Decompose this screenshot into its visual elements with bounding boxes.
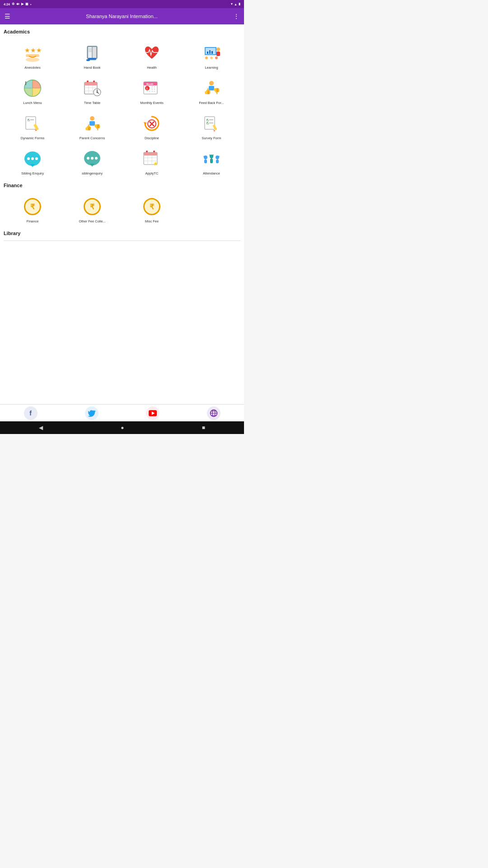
- parentconcerns-label: Parent Concerns: [80, 136, 105, 140]
- handbook-item[interactable]: Hand Book: [63, 39, 121, 72]
- signal-icon: ▲: [234, 3, 237, 6]
- svg-point-82: [27, 157, 30, 160]
- svg-point-2: [26, 57, 39, 62]
- siblingenquiry1-label: Sibling Enquiry: [21, 171, 44, 175]
- svg-text:★★★: ★★★: [24, 47, 42, 54]
- wifi-icon: ▾: [231, 2, 233, 6]
- library-title: Library: [4, 231, 240, 236]
- feedbackform-icon: 👍 👎: [201, 78, 222, 99]
- svg-text:Month: Month: [146, 83, 153, 85]
- dynamicforms-label: Dynamic Forms: [21, 136, 45, 140]
- android-nav-bar: ◀ ● ■: [0, 421, 244, 434]
- miscfee-icon: ₹: [141, 196, 162, 217]
- svg-point-62: [90, 116, 94, 121]
- back-button[interactable]: ◀: [39, 425, 43, 431]
- attendance-item[interactable]: Attendance: [183, 145, 240, 178]
- svg-point-46: [154, 89, 155, 90]
- svg-rect-18: [216, 52, 220, 56]
- surveyform-icon: [201, 113, 222, 134]
- finance-section: Finance ₹ Finance ₹ Other Fee Colle... ₹: [4, 183, 240, 226]
- miscfee-item[interactable]: ₹ Misc Fee: [123, 193, 181, 226]
- svg-rect-92: [144, 152, 157, 156]
- svg-point-44: [154, 86, 155, 88]
- lunchmenu-item[interactable]: Lunch Menu: [4, 74, 61, 108]
- otherfeecollection-icon: ₹: [82, 196, 103, 217]
- battery-icon: ▮: [239, 2, 240, 6]
- timetable-item[interactable]: Time Table: [63, 74, 121, 108]
- handbook-label: Hand Book: [84, 66, 100, 70]
- svg-point-17: [216, 47, 220, 51]
- parentconcerns-item[interactable]: 👍 👎 Parent Concerns: [63, 109, 121, 143]
- finance-item[interactable]: ₹ Finance: [4, 193, 61, 226]
- learning-icon: [201, 42, 222, 63]
- svg-point-83: [31, 157, 34, 160]
- shield-icon: ▶: [21, 2, 23, 6]
- anecdotes-item[interactable]: ★★★ Anecdotes: [4, 39, 61, 72]
- academics-grid: ★★★ Anecdotes: [4, 39, 240, 178]
- surveyform-item[interactable]: Survey Form: [183, 109, 240, 143]
- svg-point-29: [93, 80, 95, 82]
- svg-point-20: [210, 57, 213, 59]
- recent-button[interactable]: ■: [202, 425, 205, 431]
- otherfeecollection-item[interactable]: ₹ Other Fee Colle...: [63, 193, 121, 226]
- finance-grid: ₹ Finance ₹ Other Fee Colle... ₹ Misc Fe…: [4, 193, 240, 226]
- status-left: 4:24 ⚙ 👁 ▶ ▣ •: [4, 2, 31, 6]
- attendance-label: Attendance: [203, 171, 220, 175]
- svg-point-88: [91, 157, 94, 160]
- timetable-label: Time Table: [84, 101, 100, 105]
- otherfeecollection-rupee-coin: ₹: [84, 198, 101, 215]
- svg-point-28: [87, 80, 89, 82]
- svg-text:👎: 👎: [213, 87, 221, 95]
- library-section: Library: [4, 231, 240, 241]
- app-bar: ☰ Sharanya Narayani Internation... ⋮: [0, 8, 244, 24]
- svg-point-84: [35, 157, 38, 160]
- finance-icon: ₹: [22, 196, 43, 217]
- dynamicforms-item[interactable]: Dynamic Forms: [4, 109, 61, 143]
- svg-rect-5: [92, 47, 96, 58]
- svg-point-45: [152, 89, 153, 90]
- card-icon: ▣: [25, 2, 28, 6]
- academics-section: Academics ★★★ Anecdotes: [4, 29, 240, 178]
- finance-rupee-coin: ₹: [24, 198, 41, 215]
- monthlyevents-item[interactable]: Month 1 Monthly E: [123, 74, 181, 108]
- svg-point-49: [152, 91, 153, 92]
- home-button[interactable]: ●: [121, 425, 124, 431]
- status-right: ▾ ▲ ▮: [231, 2, 240, 6]
- hamburger-icon[interactable]: ☰: [5, 13, 10, 20]
- dot-icon: •: [30, 3, 31, 6]
- svg-point-21: [215, 57, 218, 59]
- discipline-item[interactable]: Discipline: [123, 109, 181, 143]
- facebook-button[interactable]: f: [24, 406, 38, 420]
- siblingenquiry-item[interactable]: Sibling Enquiry: [4, 145, 61, 178]
- more-options-icon[interactable]: ⋮: [233, 13, 239, 20]
- website-button[interactable]: [207, 406, 221, 420]
- learning-label: Learning: [205, 66, 218, 70]
- twitter-icon: [88, 410, 96, 416]
- applytc-item[interactable]: ★ ApplyTC: [123, 145, 181, 178]
- miscfee-label: Misc Fee: [145, 219, 159, 223]
- miscfee-rupee-coin: ₹: [143, 198, 160, 215]
- health-label: Health: [147, 66, 157, 70]
- svg-rect-101: [204, 160, 207, 163]
- library-divider: [4, 241, 240, 241]
- settings-icon: ⚙: [12, 2, 14, 6]
- handbook-icon: [82, 42, 103, 63]
- anecdotes-icon: ★★★: [22, 42, 43, 63]
- health-icon: [141, 42, 162, 63]
- discipline-label: Discipline: [145, 136, 159, 140]
- facebook-icon: f: [29, 410, 32, 417]
- youtube-button[interactable]: [146, 406, 160, 420]
- siblingenquiry2-item[interactable]: siblingenquiry: [63, 145, 121, 178]
- svg-point-19: [205, 57, 208, 59]
- academics-title: Academics: [4, 29, 240, 34]
- finance-title: Finance: [4, 183, 240, 188]
- siblingenquiry1-icon: [22, 148, 43, 169]
- lunchmenu-label: Lunch Menu: [23, 101, 42, 105]
- learning-item[interactable]: Learning: [183, 39, 240, 72]
- health-item[interactable]: Health: [123, 39, 181, 72]
- monthlyevents-icon: Month 1: [141, 78, 162, 99]
- lunchmenu-icon: [22, 78, 43, 99]
- svg-text:👍: 👍: [84, 123, 92, 131]
- twitter-button[interactable]: [85, 406, 99, 420]
- feedbackform-item[interactable]: 👍 👎 Feed Back For...: [183, 74, 240, 108]
